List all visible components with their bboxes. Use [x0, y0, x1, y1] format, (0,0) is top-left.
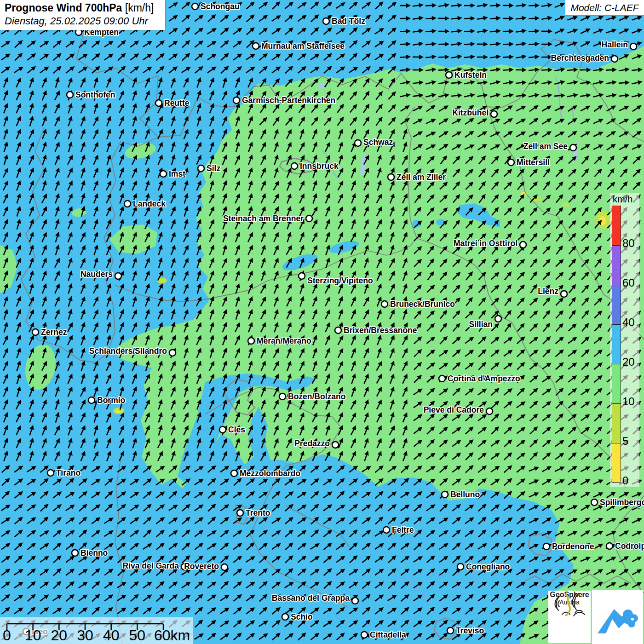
city-marker: Matrei in Osttirol — [454, 239, 526, 248]
page-title: Prognose Wind 700hPa [km/h] — [5, 2, 161, 14]
city-marker: Imst — [160, 169, 185, 178]
svg-text:Belluno: Belluno — [450, 490, 480, 499]
svg-text:Cles: Cles — [228, 425, 245, 434]
svg-text:Brixen/Bressanone: Brixen/Bressanone — [344, 326, 417, 335]
scalebar-ruler: 0102030405060km — [0, 617, 193, 644]
city-marker: Murnau am Staffelsee — [253, 41, 345, 51]
svg-text:Bienno: Bienno — [80, 548, 108, 558]
model-label: Modell: C-LAEF — [565, 0, 644, 16]
city-marker: Pieve di Cadore — [424, 405, 493, 414]
legend-tick-label: 60 — [622, 276, 635, 289]
svg-text:Schlanders/Silandro: Schlanders/Silandro — [89, 346, 167, 356]
svg-text:Trento: Trento — [246, 508, 270, 518]
svg-text:Codroipo: Codroipo — [615, 541, 644, 551]
svg-text:Sillian: Sillian — [469, 320, 493, 329]
svg-text:Hallein: Hallein — [602, 40, 628, 49]
legend-segment — [612, 285, 621, 324]
city-marker: Bassano del Grappa — [272, 593, 358, 604]
scalebar-label: 20 — [51, 627, 68, 644]
title-product: Prognose Wind 700hPa — [5, 2, 122, 14]
geosphere-logo: GeoSphere Austria — [548, 591, 591, 643]
svg-text:Zernez: Zernez — [41, 328, 67, 337]
svg-text:Murnau am Staffelsee: Murnau am Staffelsee — [261, 41, 345, 51]
svg-text:Zell am See: Zell am See — [523, 142, 568, 151]
svg-text:Imst: Imst — [169, 169, 185, 178]
svg-text:Lienz: Lienz — [538, 287, 558, 296]
partner-logo — [592, 590, 643, 644]
svg-text:Pieve di Cadore: Pieve di Cadore — [424, 405, 484, 414]
svg-text:Garmisch-Partenkirchen: Garmisch-Partenkirchen — [242, 96, 335, 105]
svg-text:Reutte: Reutte — [164, 98, 190, 108]
scalebar-label: 0 — [3, 627, 11, 644]
svg-text:Schongau: Schongau — [201, 2, 240, 11]
city-marker: Bruneck/Brunico — [381, 299, 455, 309]
legend-segment — [612, 245, 621, 285]
svg-text:Meran/Merano: Meran/Merano — [257, 336, 311, 345]
city-marker: Zell am Ziller — [388, 172, 446, 182]
city-marker: Schio — [282, 612, 313, 621]
svg-text:Conegliano: Conegliano — [466, 562, 510, 571]
city-marker: Steinach am Brenner — [223, 214, 312, 223]
city-marker: Mezzolombardo — [231, 469, 300, 478]
svg-text:Sonthofen: Sonthofen — [75, 90, 115, 99]
legend-unit-label: km/h — [613, 194, 632, 205]
legend-segment — [612, 364, 621, 403]
city-marker: Meran/Merano — [248, 336, 311, 345]
legend-tick-label: 5 — [622, 435, 628, 448]
city-marker: Trento — [237, 508, 270, 518]
city-marker: Cortina d'Ampezzo — [439, 374, 520, 383]
svg-text:Bormio: Bormio — [97, 396, 125, 405]
city-marker: Garmisch-Partenkirchen — [233, 96, 335, 105]
svg-text:Predazzo: Predazzo — [294, 439, 330, 448]
svg-text:Sterzing/Vipiteno: Sterzing/Vipiteno — [307, 276, 373, 285]
svg-text:Bruneck/Brunico: Bruneck/Brunico — [390, 299, 455, 309]
svg-text:Kufstein: Kufstein — [454, 70, 487, 80]
city-marker: Berchtesgaden — [551, 53, 618, 63]
map-canvas[interactable]: SchongauBad TölzKemptenMurnau am Staffel… — [0, 0, 644, 644]
scalebar-label: 60km — [154, 627, 190, 644]
legend-tick-label: 0 — [622, 474, 628, 487]
weather-map-app: SchongauBad TölzKemptenMurnau am Staffel… — [0, 0, 644, 644]
svg-text:Spilimbergo: Spilimbergo — [600, 498, 644, 507]
svg-text:Zell am Ziller: Zell am Ziller — [397, 172, 446, 182]
svg-text:Tirano: Tirano — [56, 468, 80, 477]
mountain-cloud-icon — [592, 590, 643, 644]
svg-text:Landeck: Landeck — [133, 199, 166, 208]
svg-text:Rovereto: Rovereto — [184, 562, 219, 571]
scalebar-label: 10 — [25, 627, 41, 644]
city-marker: Brixen/Bressanone — [335, 326, 417, 335]
city-marker: Silz — [198, 164, 220, 173]
legend-tick-label: 10 — [622, 395, 635, 408]
svg-text:Bozen/Bolzano: Bozen/Bolzano — [288, 392, 345, 401]
svg-text:Berchtesgaden: Berchtesgaden — [551, 53, 609, 63]
svg-text:Kitzbühel: Kitzbühel — [452, 108, 489, 117]
map-title-box: Prognose Wind 700hPa [km/h] Dienstag, 25… — [0, 0, 166, 30]
svg-text:Steinach am Brenner: Steinach am Brenner — [223, 214, 304, 223]
svg-text:Bad Tölz: Bad Tölz — [332, 17, 365, 26]
svg-text:Mezzolombardo: Mezzolombardo — [240, 469, 300, 478]
svg-text:Cortina d'Ampezzo: Cortina d'Ampezzo — [448, 374, 520, 383]
svg-text:Nauders: Nauders — [80, 270, 113, 279]
svg-text:Schio: Schio — [291, 612, 313, 621]
svg-text:Bassano del Grappa: Bassano del Grappa — [272, 593, 350, 603]
city-marker: Bozen/Bolzano — [279, 392, 345, 401]
title-datetime: Dienstag, 25.02.2025 09:00 Uhr — [5, 15, 161, 27]
svg-text:Innsbruck: Innsbruck — [300, 161, 339, 171]
legend-segment — [612, 324, 621, 364]
scalebar-label: 50 — [129, 627, 146, 644]
city-marker: Riva del Garda — [122, 561, 188, 570]
city-marker: Feltre — [383, 525, 414, 535]
wind-speed-legend: km/h 806040201050 — [610, 193, 639, 487]
map-scalebar: 0102030405060km — [0, 617, 193, 644]
legend-tick-label: 80 — [622, 237, 635, 250]
svg-text:Treviso: Treviso — [456, 626, 484, 635]
scalebar-label: 40 — [103, 627, 120, 644]
scalebar-label: 30 — [77, 627, 93, 644]
legend-segment — [612, 443, 621, 483]
svg-text:Feltre: Feltre — [392, 525, 414, 535]
svg-text:Silz: Silz — [207, 164, 220, 173]
svg-text:Riva del Garda: Riva del Garda — [122, 561, 179, 570]
legend-segment — [612, 403, 621, 443]
svg-text:Schwaz: Schwaz — [363, 138, 393, 147]
city-marker: Tirano — [47, 468, 80, 477]
